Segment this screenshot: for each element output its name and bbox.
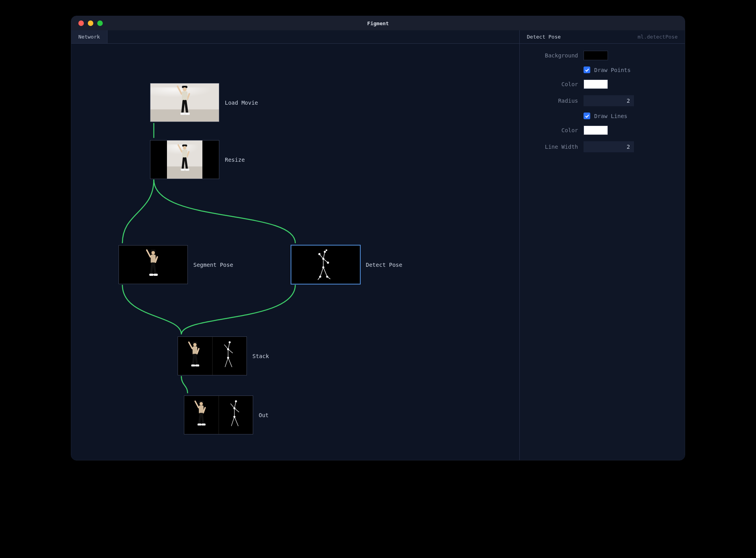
inspector-node-id: ml.detectPose (637, 34, 678, 40)
prop-point-color: Color (527, 79, 678, 89)
port-out[interactable] (185, 434, 190, 434)
tab-bar: Network (71, 30, 519, 44)
node-label: Detect Pose (366, 262, 402, 268)
canvas-area: Network (71, 30, 519, 460)
color-swatch-line[interactable] (584, 126, 608, 135)
window-body: Network (71, 30, 685, 460)
node-thumbnail (291, 245, 360, 284)
port-out[interactable] (179, 375, 183, 375)
svg-point-7 (327, 262, 329, 264)
prop-label: Radius (527, 98, 578, 104)
node-thumbnail (119, 245, 188, 284)
node-resize[interactable]: Resize (150, 140, 245, 179)
app-window: Figment Network (71, 16, 685, 460)
color-swatch-background[interactable] (584, 51, 608, 60)
prop-background: Background (527, 51, 678, 60)
svg-line-14 (318, 277, 320, 280)
node-label: Out (259, 412, 269, 418)
skeleton-icon (291, 246, 360, 284)
node-label: Segment Pose (193, 262, 233, 268)
node-thumbnail (150, 83, 219, 122)
svg-line-29 (234, 408, 239, 412)
svg-line-19 (224, 345, 228, 349)
titlebar: Figment (71, 16, 685, 30)
prop-radius: Radius (527, 95, 678, 106)
prop-label: Color (527, 81, 578, 87)
port-in[interactable] (151, 140, 156, 140)
prop-line-color: Color (527, 126, 678, 135)
prop-label: Color (527, 127, 578, 133)
port-in[interactable] (120, 245, 124, 246)
svg-line-20 (228, 349, 233, 353)
inspector-header: Detect Pose ml.detectPose (520, 30, 685, 44)
inspector-panel: Detect Pose ml.detectPose Background Dra… (519, 30, 685, 460)
node-label: Stack (252, 353, 269, 359)
port-out[interactable] (292, 284, 297, 284)
node-label: Resize (225, 157, 245, 163)
node-stack[interactable]: Stack (178, 336, 269, 375)
node-load-movie[interactable]: Load Movie (150, 83, 258, 122)
node-thumbnail (184, 395, 253, 434)
check-icon (585, 68, 589, 72)
tab-label: Network (78, 34, 100, 40)
prop-draw-lines: Draw Lines (527, 113, 678, 119)
prop-label: Background (527, 52, 578, 59)
node-canvas[interactable]: Load Movie Resize (71, 44, 519, 460)
prop-label: Line Width (527, 144, 578, 150)
node-out[interactable]: Out (184, 395, 269, 434)
node-thumbnail (150, 140, 219, 179)
inspector-title: Detect Pose (527, 34, 561, 40)
svg-line-33 (234, 417, 238, 426)
port-in[interactable] (292, 245, 297, 246)
svg-line-12 (323, 267, 327, 277)
svg-line-17 (228, 342, 230, 349)
tab-network[interactable]: Network (71, 30, 107, 43)
port-out[interactable] (151, 179, 156, 179)
svg-line-10 (320, 267, 323, 277)
svg-point-5 (319, 253, 320, 255)
svg-line-15 (327, 277, 330, 279)
svg-line-32 (231, 417, 234, 426)
checkbox-draw-lines[interactable] (584, 113, 590, 119)
checkbox-label: Draw Points (594, 67, 631, 73)
color-swatch-point[interactable] (584, 79, 608, 89)
svg-line-26 (234, 401, 236, 408)
node-detect-pose[interactable]: Detect Pose (291, 245, 402, 284)
port-in[interactable] (185, 395, 190, 396)
node-segment-pose[interactable]: Segment Pose (119, 245, 233, 284)
port-out[interactable] (151, 122, 156, 122)
svg-line-28 (230, 404, 234, 408)
input-line-width[interactable] (584, 141, 634, 152)
svg-line-23 (225, 358, 228, 367)
window-title: Figment (71, 20, 685, 26)
check-icon (585, 114, 589, 118)
inspector-body: Background Draw Points Color (520, 44, 685, 159)
prop-draw-points: Draw Points (527, 67, 678, 73)
svg-point-1 (326, 249, 327, 251)
node-thumbnail (178, 336, 247, 375)
node-label: Load Movie (225, 100, 258, 106)
checkbox-draw-points[interactable] (584, 67, 590, 73)
port-in[interactable] (179, 336, 183, 337)
input-radius[interactable] (584, 95, 634, 106)
svg-line-24 (228, 358, 232, 367)
svg-line-2 (323, 252, 325, 259)
prop-line-width: Line Width (527, 141, 678, 152)
checkbox-label: Draw Lines (594, 113, 627, 119)
port-out[interactable] (120, 284, 124, 284)
